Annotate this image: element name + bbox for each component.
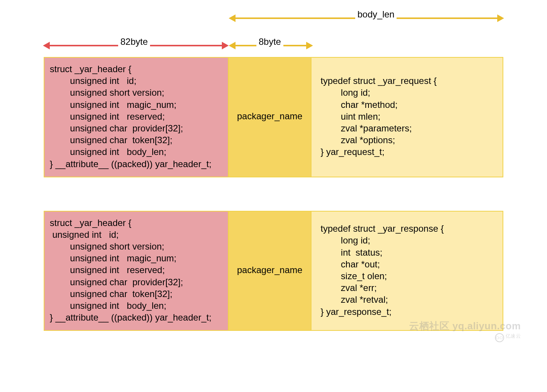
request-body-code: typedef struct _yar_request { long id; c… bbox=[321, 75, 497, 158]
watermark-line2: 亿速云 bbox=[506, 333, 521, 339]
response-header-cell: struct _yar_header { unsigned int id; un… bbox=[44, 212, 229, 330]
arrow-82byte-label: 82byte bbox=[118, 36, 150, 47]
response-body-cell: typedef struct _yar_response { long id; … bbox=[311, 212, 503, 330]
response-block: struct _yar_header { unsigned int id; un… bbox=[44, 211, 503, 331]
watermark-logo-icon: ୦୦ bbox=[495, 333, 504, 342]
request-block: struct _yar_header { unsigned int id; un… bbox=[44, 57, 503, 177]
request-packager-cell: packager_name bbox=[229, 58, 311, 177]
diagram-root: body_len 82byte 8byte struct _yar_header… bbox=[44, 11, 503, 331]
arrow-row-sizes: 82byte 8byte bbox=[44, 38, 503, 53]
response-packager-label: packager_name bbox=[237, 265, 302, 275]
request-body-cell: typedef struct _yar_request { long id; c… bbox=[311, 58, 503, 177]
request-header-cell: struct _yar_header { unsigned int id; un… bbox=[44, 58, 229, 177]
arrow-row-bodylen: body_len bbox=[44, 11, 503, 26]
response-body-code: typedef struct _yar_response { long id; … bbox=[321, 223, 497, 318]
arrow-8byte-label: 8byte bbox=[256, 36, 283, 47]
response-header-code: struct _yar_header { unsigned int id; un… bbox=[50, 217, 223, 324]
gap bbox=[44, 177, 503, 207]
response-packager-cell: packager_name bbox=[229, 212, 311, 330]
arrow-bodylen-label: body_len bbox=[355, 9, 397, 20]
request-header-code: struct _yar_header { unsigned int id; un… bbox=[50, 63, 223, 170]
request-packager-label: packager_name bbox=[237, 111, 302, 122]
